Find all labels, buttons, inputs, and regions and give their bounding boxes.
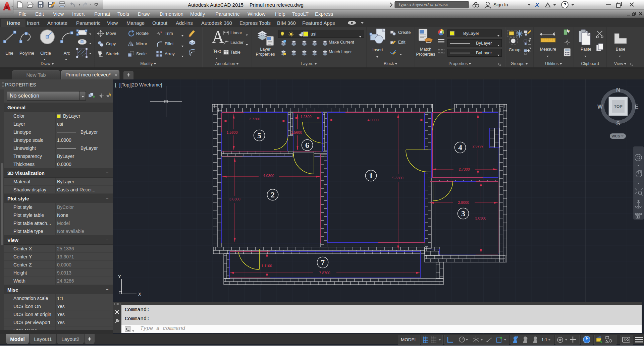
svg-text:5: 5 bbox=[257, 131, 261, 140]
svg-text:Sign In: Sign In bbox=[493, 2, 508, 7]
svg-text:3: 3 bbox=[461, 209, 465, 218]
svg-text:2: 2 bbox=[271, 190, 275, 199]
svg-text:4: 4 bbox=[458, 143, 462, 152]
svg-text:2.7200: 2.7200 bbox=[249, 117, 260, 121]
svg-text:4.0000: 4.0000 bbox=[367, 118, 378, 122]
svg-text:3.0300: 3.0300 bbox=[475, 216, 486, 220]
svg-text:1:1: 1:1 bbox=[541, 337, 547, 342]
svg-text:6: 6 bbox=[305, 141, 309, 149]
svg-text:2.8000: 2.8000 bbox=[458, 200, 469, 204]
svg-text:1.5600: 1.5600 bbox=[291, 130, 302, 134]
svg-text:S: S bbox=[616, 120, 620, 127]
svg-text:WCS: WCS bbox=[611, 134, 620, 138]
svg-text:2.6797: 2.6797 bbox=[472, 144, 483, 148]
svg-text:7: 7 bbox=[321, 258, 325, 267]
svg-text:1.1100: 1.1100 bbox=[261, 264, 272, 268]
svg-text:5.3300: 5.3300 bbox=[392, 176, 403, 180]
svg-text:X: X bbox=[138, 292, 141, 297]
svg-text:E: E bbox=[635, 104, 638, 110]
svg-text:?: ? bbox=[564, 2, 567, 7]
svg-text:4.0300: 4.0300 bbox=[263, 174, 274, 178]
svg-text:7.8700: 7.8700 bbox=[319, 271, 330, 275]
svg-text:Type a keyword or phrase: Type a keyword or phrase bbox=[398, 2, 448, 7]
svg-text:1.2300: 1.2300 bbox=[300, 115, 311, 119]
svg-text:1.5600: 1.5600 bbox=[226, 130, 237, 134]
svg-text:1: 1 bbox=[369, 171, 373, 180]
svg-text:N: N bbox=[616, 87, 620, 93]
svg-text:2.7300: 2.7300 bbox=[459, 167, 470, 171]
svg-text:[−][Top][2D Wireframe]: [−][Top][2D Wireframe] bbox=[115, 82, 162, 87]
svg-text:3.6300: 3.6300 bbox=[229, 197, 240, 201]
svg-text:X: X bbox=[535, 1, 540, 8]
svg-text:TOP: TOP bbox=[614, 104, 622, 109]
svg-text:Y: Y bbox=[118, 274, 121, 279]
svg-text:W: W bbox=[597, 104, 603, 110]
